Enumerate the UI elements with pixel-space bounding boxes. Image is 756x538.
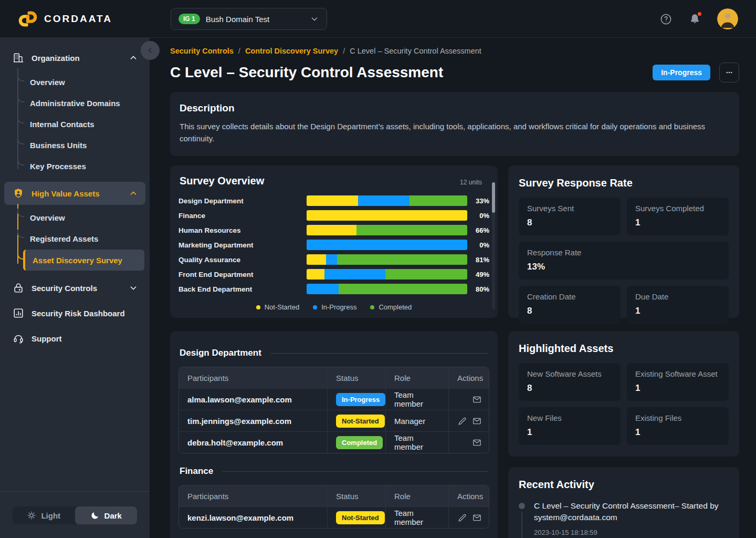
department-section-finance: FinanceParticipantsStatusRoleActionskenz… (178, 466, 489, 529)
department-header: Finance (178, 466, 489, 477)
bar-value-label: 49% (467, 271, 489, 278)
bar-label: Quality Assurance (178, 256, 307, 264)
bar-segment-in-progress (307, 240, 467, 250)
survey-response-rate-card: Survey Response Rate Surveys Sent8Survey… (508, 165, 739, 318)
tile-label: Response Rate (527, 248, 720, 257)
column-header-participants: Participants (179, 367, 327, 388)
divider (223, 471, 488, 472)
actions-cell (448, 389, 489, 410)
sidebar-subitem-label: Internal Contacts (30, 120, 94, 129)
breadcrumb-item-control-discovery-survey[interactable]: Control Discovery Survey (245, 47, 338, 55)
send-mail-icon[interactable] (472, 438, 482, 448)
chart-row-back-end-department: Back End Department80% (178, 282, 489, 296)
tile-value: 8 (527, 383, 612, 394)
edit-pencil-icon[interactable] (457, 513, 467, 523)
sidebar-item-high-value-assets[interactable]: High Value Assets (4, 182, 145, 205)
sidebar-item-internal-contacts[interactable]: Internal Contacts (0, 113, 150, 134)
status-cell: In-Progress (327, 389, 385, 410)
bar-value-label: 66% (467, 226, 489, 234)
table-row: kenzi.lawson@example.comNot-StartedTeam … (179, 506, 489, 528)
recent-activity-card: Recent Activity C Level – Security Contr… (508, 467, 739, 538)
chevron-up-icon (129, 189, 138, 198)
status-badge[interactable]: In-Progress (653, 65, 710, 80)
highlighted-assets-tiles: New Software Assets8Existing Software As… (519, 363, 729, 445)
bar-track (307, 254, 467, 265)
breadcrumb-item-security-controls[interactable]: Security Controls (170, 47, 234, 55)
tile-label: Existing Software Asset (635, 369, 720, 378)
sidebar-item-business-units[interactable]: Business Units (0, 134, 150, 156)
legend-dot (370, 305, 374, 309)
chart-scrollbar[interactable] (492, 182, 495, 309)
ellipsis-icon (724, 67, 734, 78)
chevron-down-icon (129, 283, 138, 293)
tile-value: 1 (635, 306, 720, 316)
activity-dot-icon (519, 503, 525, 509)
tree-elbow (17, 251, 24, 260)
notifications-bell-icon[interactable] (688, 13, 701, 26)
chart-scrollbar-thumb[interactable] (492, 182, 495, 213)
tile-value: 8 (527, 306, 612, 316)
edit-pencil-icon[interactable] (457, 416, 467, 426)
column-header-participants: Participants (179, 485, 327, 506)
cordaata-logo-icon (18, 9, 38, 29)
sidebar-item-label: Security Risk Dashboard (32, 309, 138, 318)
bar-segment-in-progress (307, 284, 339, 294)
tree-elbow (17, 157, 24, 165)
tile-label: Surveys Sent (527, 204, 612, 213)
theme-light-button[interactable]: Light (13, 506, 75, 524)
bar-segment-not-started (307, 254, 326, 265)
sidebar-item-label: Security Controls (32, 284, 121, 293)
send-mail-icon[interactable] (472, 395, 482, 405)
tile-label: Due Date (635, 292, 720, 301)
bar-track (307, 240, 467, 250)
sidebar-item-organization[interactable]: Organization (0, 45, 150, 70)
theme-dark-button[interactable]: Dark (75, 506, 138, 524)
status-badge-not-started: Not-Started (336, 415, 385, 428)
sidebar-item-registered-assets[interactable]: Registered Assets (0, 228, 150, 249)
units-label: 12 units (460, 179, 488, 186)
actions-cell (448, 432, 489, 453)
sidebar-item-security-risk-dashboard[interactable]: Security Risk Dashboard (0, 301, 150, 326)
sidebar-item-administrative-domains[interactable]: Administrative Domains (0, 92, 150, 113)
sidebar-item-asset-discovery-survey[interactable]: Asset Discovery Survey (23, 250, 144, 271)
sidebar-item-support[interactable]: Support (0, 326, 150, 351)
help-icon[interactable] (659, 13, 673, 26)
send-mail-icon[interactable] (472, 513, 482, 523)
sidebar-item-overview[interactable]: Overview (0, 207, 150, 228)
actions-cell (448, 507, 489, 528)
role-cell: Team member (385, 389, 448, 410)
send-mail-icon[interactable] (472, 416, 482, 426)
actions-cell (448, 410, 489, 431)
user-avatar[interactable] (717, 8, 738, 29)
legend-label: Completed (379, 303, 412, 311)
response-rate-tile-surveys-sent: Surveys Sent8 (519, 198, 621, 235)
activity-list: C Level – Security Control Assessment– S… (519, 500, 729, 538)
dashboard-icon (13, 307, 24, 319)
chart-row-design-department: Design Department33% (178, 193, 489, 208)
main-content: Security Controls/Control Discovery Surv… (150, 38, 756, 538)
moon-icon (90, 511, 100, 520)
participant-email: kenzi.lawson@example.com (179, 507, 327, 528)
sidebar-subitem-label: Registered Assets (30, 234, 98, 243)
legend-label: Not-Started (265, 303, 299, 311)
highlighted-assets-card: Highlighted Assets New Software Assets8E… (508, 331, 739, 457)
tile-label: Creation Date (527, 292, 612, 301)
sidebar-item-key-processes[interactable]: Key Processes (0, 156, 150, 177)
bar-track (307, 269, 467, 280)
status-cell: Not-Started (327, 507, 385, 528)
lock-icon (13, 282, 24, 294)
shield-user-icon (13, 188, 24, 199)
sidebar-item-security-controls[interactable]: Security Controls (0, 275, 150, 301)
domain-select[interactable]: IG 1 Bush Domain Test (171, 8, 327, 30)
sidebar-item-overview[interactable]: Overview (0, 71, 150, 92)
activity-body: C Level – Security Control Assessment– S… (534, 500, 729, 538)
bar-value-label: 80% (467, 285, 489, 293)
bar-label: Marketing Department (178, 241, 307, 249)
more-options-button[interactable] (719, 63, 739, 82)
bar-segment-completed (410, 195, 467, 206)
role-cell: Manager (385, 410, 448, 431)
status-cell: Completed (327, 432, 385, 453)
tree-elbow (17, 136, 24, 144)
legend-item-in-progress: In-Progress (313, 303, 356, 311)
sidebar-collapse-button[interactable] (141, 41, 160, 60)
